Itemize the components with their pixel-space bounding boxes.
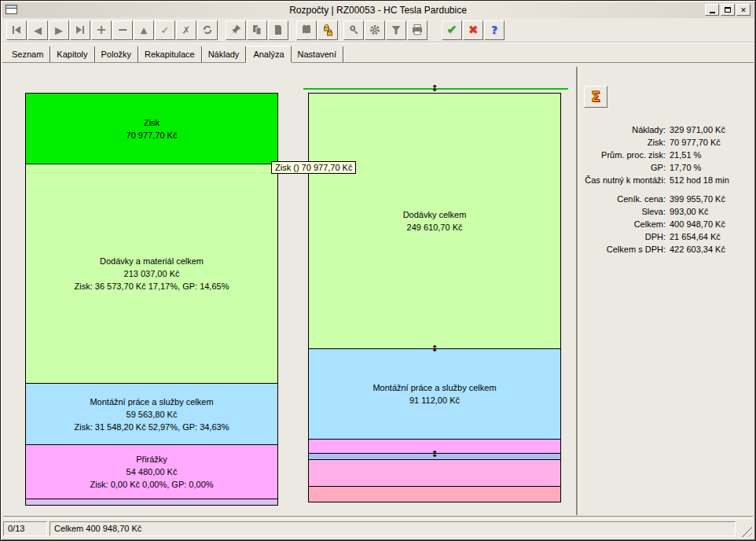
summary-label: Zisk:	[578, 136, 666, 149]
segment-detail: Zisk: 31 548,20 Kč 52,97%, GP: 34,63%	[75, 421, 229, 433]
sum-sigma-button[interactable]: Σ	[584, 86, 607, 108]
segment-value: 70 977,70 Kč	[127, 129, 178, 142]
summary-label: DPH:	[578, 230, 666, 243]
summary-value: 21 654,64 Kč	[670, 230, 752, 243]
resize-grip[interactable]	[740, 525, 752, 537]
summary-label: GP:	[578, 161, 666, 174]
segment-montazni-prace-celkem[interactable]: Montážní práce a služby celkem 91 112,00…	[309, 349, 560, 440]
summary-value: 400 948,70 Kč	[670, 218, 752, 230]
segment-detail: Zisk: 0,00 Kč 0,00%, GP: 0,00%	[90, 478, 213, 491]
summary-label: Náklady:	[578, 123, 666, 136]
summary-label: Celkem:	[578, 218, 666, 230]
summary-value: 70 977,70 Kč	[670, 136, 752, 149]
summary-label: Čas nutný k montáži:	[578, 174, 666, 186]
app-window: Rozpočty | RZ00053 - HC Tesla Pardubice …	[0, 0, 756, 541]
summary-label: Prům. proc. zisk:	[578, 149, 666, 161]
segment-name: Dodávky celkem	[403, 208, 467, 221]
segment-zisk[interactable]: Zisk 70 977,70 Kč	[26, 94, 277, 164]
segment-name: Dodávky a materiál celkem	[100, 255, 204, 267]
summary-panel: Náklady:329 971,00 Kč Zisk:70 977,70 Kč …	[578, 123, 752, 256]
segment-name: Přirážky	[136, 453, 167, 466]
segment-prirazky[interactable]: Přirážky 54 480,00 Kč Zisk: 0,00 Kč 0,00…	[26, 445, 277, 499]
segment-thin-strip[interactable]	[26, 499, 277, 505]
drag-handle-top[interactable]: ↕	[430, 84, 439, 94]
summary-label: Celkem s DPH:	[578, 243, 666, 256]
segment-value: 91 112,00 Kč	[409, 394, 460, 407]
drag-handle-bottom[interactable]: ↕	[430, 450, 439, 459]
segment-montazni-prace[interactable]: Montážní práce a služby celkem 59 563,80…	[26, 384, 277, 445]
sigma-icon: Σ	[591, 89, 600, 105]
status-bar: 0/13 Celkem 400 948,70 Kč	[3, 521, 753, 538]
status-total: Celkem 400 948,70 Kč	[50, 521, 736, 536]
summary-value: 993,00 Kč	[670, 205, 752, 218]
left-cost-bar: Zisk 70 977,70 Kč Dodávky a materiál cel…	[25, 93, 278, 506]
summary-value: 512 hod 18 min	[670, 174, 752, 186]
segment-detail: Zisk: 36 573,70 Kč 17,17%, GP: 14,65%	[75, 280, 229, 293]
summary-label: Ceník. cena:	[578, 193, 666, 205]
analysis-canvas: Zisk 70 977,70 Kč Dodávky a materiál cel…	[1, 1, 755, 540]
segment-strip-pink[interactable]	[309, 460, 560, 487]
segment-name: Montážní práce a služby celkem	[372, 381, 496, 394]
drag-handle-middle[interactable]: ↕	[430, 344, 439, 354]
segment-value: 59 563,80 Kč	[127, 408, 178, 421]
segment-name: Montážní práce a služby celkem	[90, 396, 213, 408]
segment-value: 213 037,00 Kč	[124, 267, 180, 280]
segment-strip-rose[interactable]	[309, 487, 560, 502]
segment-dodavky-celkem[interactable]: Dodávky celkem 249 610,70 Kč	[309, 94, 560, 349]
status-divider	[3, 516, 753, 519]
summary-value: 399 955,70 Kč	[670, 193, 752, 205]
segment-name: Zisk	[144, 116, 160, 129]
chart-tooltip: Zisk () 70 977,70 Kč	[271, 161, 356, 174]
summary-label: Sleva:	[578, 205, 666, 218]
summary-value: 17,70 %	[670, 161, 752, 174]
segment-value: 249 610,70 Kč	[407, 221, 463, 234]
summary-value: 422 603,34 Kč	[670, 243, 752, 256]
summary-value: 21,51 %	[670, 149, 752, 161]
segment-dodavky-material[interactable]: Dodávky a materiál celkem 213 037,00 Kč …	[26, 164, 277, 384]
summary-value: 329 971,00 Kč	[670, 123, 752, 136]
segment-value: 54 480,00 Kč	[127, 466, 178, 478]
right-price-bar: Dodávky celkem 249 610,70 Kč Montážní pr…	[308, 93, 561, 502]
record-counter: 0/13	[3, 521, 47, 536]
